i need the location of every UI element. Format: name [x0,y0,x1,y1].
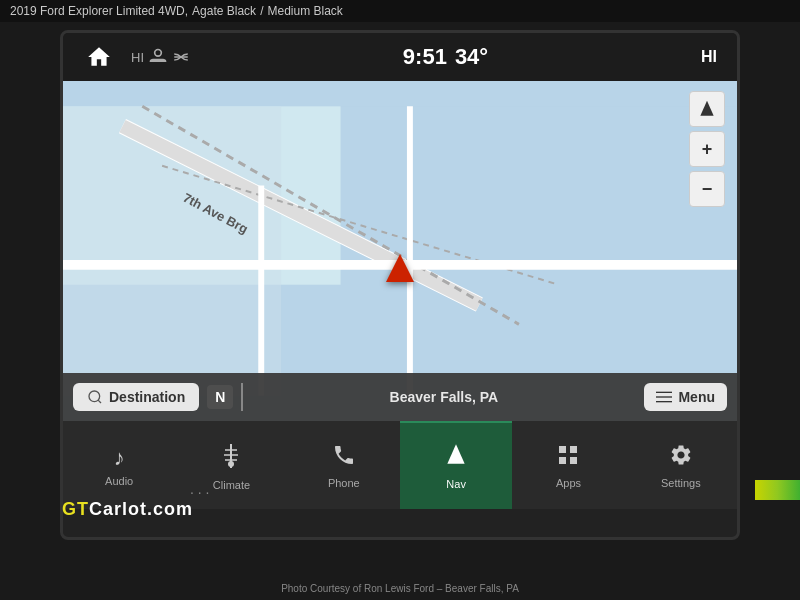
svg-rect-22 [570,446,577,453]
color-separator: / [260,4,263,18]
apps-label: Apps [556,477,581,489]
destination-button[interactable]: Destination [73,383,199,411]
zoom-out-button[interactable]: − [689,171,725,207]
separator [241,383,243,411]
temperature-display: 34° [455,44,488,70]
clock-display: 9:51 [403,44,447,70]
apps-icon [556,443,580,473]
watermark-logo: GTCarlot.com [62,499,193,520]
audio-label: Audio [105,475,133,487]
zoom-in-icon: + [702,139,713,160]
color-primary: Agate Black [192,4,256,18]
phone-icon [332,443,356,473]
svg-rect-13 [656,392,672,393]
nav-item-audio[interactable]: ♪ Audio [63,421,175,509]
svg-rect-21 [559,446,566,453]
svg-rect-24 [570,457,577,464]
nav-icon [443,442,469,474]
climate-left-label: HI [131,50,144,65]
climate-nav-label: Climate [213,479,250,491]
nav-controls: + − [689,91,725,207]
color-accent-bar [755,480,800,500]
nav-item-nav[interactable]: Nav [400,421,512,509]
nav-label: Nav [446,478,466,490]
menu-label: Menu [678,389,715,405]
nav-item-phone[interactable]: Phone [288,421,400,509]
header-right: HI [701,48,717,66]
location-text: Beaver Falls, PA [390,389,499,405]
svg-rect-14 [656,396,672,397]
climate-right-label: HI [701,48,717,65]
compass-display: N [207,385,233,409]
svg-point-11 [89,391,100,402]
settings-label: Settings [661,477,701,489]
watermark: GTCarlot.com [62,499,193,520]
bottom-nav: ♪ Audio Climate Phone [63,421,737,509]
compass-direction: N [215,389,225,405]
header-center: 9:51 34° [403,44,488,70]
car-position-marker [386,254,414,282]
north-up-button[interactable] [689,91,725,127]
nav-item-settings[interactable]: Settings [625,421,737,509]
settings-icon [669,443,693,473]
climate-left: HI [131,47,190,67]
header-left: HI [83,41,190,73]
climate-icon [219,442,243,475]
car-title: 2019 Ford Explorer Limited 4WD, [10,4,188,18]
audio-icon: ♪ [114,445,125,471]
top-bar: 2019 Ford Explorer Limited 4WD, Agate Bl… [0,0,800,22]
svg-rect-23 [559,457,566,464]
sync-header: HI 9:51 34° HI [63,33,737,81]
ellipsis-bottom: · · · [190,484,209,500]
home-button[interactable] [83,41,115,73]
menu-button[interactable]: Menu [644,383,727,411]
map-bottom-bar: Destination N Beaver Falls, PA Menu [63,373,737,421]
infotainment-screen: HI 9:51 34° HI [60,30,740,540]
zoom-out-icon: − [702,179,713,200]
location-display: Beaver Falls, PA [251,389,636,405]
svg-point-20 [228,461,234,467]
zoom-in-button[interactable]: + [689,131,725,167]
svg-rect-15 [656,401,672,402]
color-secondary: Medium Black [267,4,342,18]
svg-line-12 [98,400,101,403]
map-svg: 7th Ave Brg [63,81,737,421]
destination-label: Destination [109,389,185,405]
phone-label: Phone [328,477,360,489]
nav-item-apps[interactable]: Apps [512,421,624,509]
map-area: 7th Ave Brg + − [63,81,737,421]
photo-credit: Photo Courtesy of Ron Lewis Ford – Beave… [0,583,800,594]
